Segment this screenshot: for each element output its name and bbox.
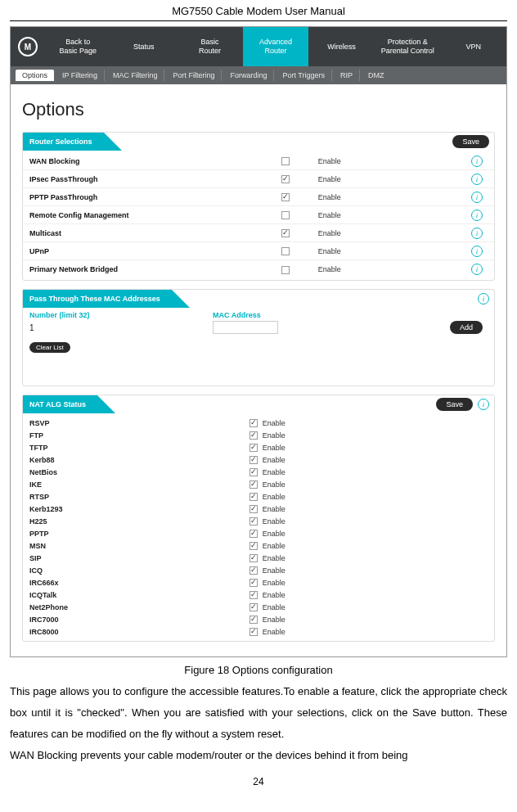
nav-label: Wireless xyxy=(327,43,356,52)
enable-checkbox[interactable] xyxy=(281,157,290,165)
enable-checkbox[interactable] xyxy=(281,175,290,183)
alg-row: RTSPEnable xyxy=(23,490,494,503)
enable-checkbox[interactable] xyxy=(250,530,258,538)
add-button[interactable]: Add xyxy=(450,321,483,334)
info-icon[interactable]: i xyxy=(471,210,483,221)
option-row: Remote Config ManagementEnablei xyxy=(23,206,494,224)
alg-row: FTPEnable xyxy=(23,429,494,441)
body-paragraph-2: WAN Blocking prevents your cable modem/r… xyxy=(10,745,507,766)
nav-basic-router[interactable]: Basic Router xyxy=(177,27,243,66)
nav-advanced-router[interactable]: Advanced Router xyxy=(243,27,309,66)
enable-checkbox[interactable] xyxy=(250,579,258,587)
tab-rip[interactable]: RIP xyxy=(334,70,360,81)
alg-label: TFTP xyxy=(29,444,250,452)
enable-checkbox[interactable] xyxy=(250,480,258,489)
info-icon[interactable]: i xyxy=(471,246,483,257)
alg-label: SIP xyxy=(29,554,250,562)
clear-list-button[interactable]: Clear List xyxy=(29,342,70,353)
enable-checkbox[interactable] xyxy=(250,542,258,550)
enable-checkbox[interactable] xyxy=(281,229,290,237)
alg-label: IKE xyxy=(29,480,250,489)
alg-label: PPTP xyxy=(29,530,250,538)
tab-ip-filtering[interactable]: IP Filtering xyxy=(56,70,105,81)
info-icon[interactable]: i xyxy=(471,156,483,167)
enable-checkbox[interactable] xyxy=(250,517,258,526)
nav-status[interactable]: Status xyxy=(111,27,178,66)
info-icon[interactable]: i xyxy=(471,192,483,203)
alg-label: IRC8000 xyxy=(29,628,250,636)
alg-row: Net2PhoneEnable xyxy=(23,601,494,613)
enable-text: Enable xyxy=(318,265,471,273)
enable-checkbox[interactable] xyxy=(250,444,258,452)
alg-row: MSNEnable xyxy=(23,539,494,552)
option-label: PPTP PassThrough xyxy=(29,193,281,201)
enable-checkbox[interactable] xyxy=(250,468,258,476)
panel-header: Pass Through These MAC Addresses i xyxy=(23,290,494,308)
row-number: 1 xyxy=(29,323,213,332)
info-icon[interactable]: i xyxy=(471,174,483,185)
enable-checkbox[interactable] xyxy=(250,591,258,599)
enable-checkbox[interactable] xyxy=(281,211,290,219)
info-icon[interactable]: i xyxy=(471,264,483,275)
tab-options[interactable]: Options xyxy=(16,70,54,81)
enable-checkbox[interactable] xyxy=(281,266,290,274)
panel-header: NAT ALG Status Save i xyxy=(23,395,494,413)
tab-port-filtering[interactable]: Port Filtering xyxy=(166,70,222,81)
option-label: Primary Network Bridged xyxy=(29,265,281,273)
alg-label: RTSP xyxy=(29,493,250,501)
alg-row: IRC7000Enable xyxy=(23,613,494,625)
enable-checkbox[interactable] xyxy=(250,505,258,513)
column-mac-header: MAC Address xyxy=(213,311,488,319)
nav-protection-parental[interactable]: Protection & Parental Control xyxy=(375,27,441,66)
save-button[interactable]: Save xyxy=(436,398,473,411)
enable-checkbox[interactable] xyxy=(250,419,258,427)
mac-address-input[interactable] xyxy=(213,321,278,334)
alg-label: FTP xyxy=(29,431,250,440)
alg-label: Kerb1293 xyxy=(29,505,250,513)
tab-mac-filtering[interactable]: MAC Filtering xyxy=(106,70,165,81)
page-title: Options xyxy=(22,99,495,120)
alg-label: IRC7000 xyxy=(29,616,250,624)
enable-text: Enable xyxy=(263,530,488,538)
alg-row: IRC666xEnable xyxy=(23,576,494,589)
panel-title-ribbon: Pass Through These MAC Addresses xyxy=(23,290,172,308)
sub-nav: Options IP Filtering MAC Filtering Port … xyxy=(11,66,506,84)
nav-label: Back to Basic Page xyxy=(60,38,97,56)
nav-wireless[interactable]: Wireless xyxy=(308,27,375,66)
option-label: Multicast xyxy=(29,229,281,237)
tab-dmz[interactable]: DMZ xyxy=(362,70,391,81)
enable-checkbox[interactable] xyxy=(250,603,258,611)
enable-checkbox[interactable] xyxy=(250,616,258,624)
enable-text: Enable xyxy=(263,456,488,464)
info-icon[interactable]: i xyxy=(478,293,489,304)
enable-checkbox[interactable] xyxy=(250,566,258,575)
body-paragraph-1: This page allows you to configure the ac… xyxy=(10,681,507,745)
enable-text: Enable xyxy=(263,468,488,476)
enable-checkbox[interactable] xyxy=(250,493,258,501)
enable-checkbox[interactable] xyxy=(281,247,290,255)
alg-row: IKEEnable xyxy=(23,478,494,490)
panel-pass-through-mac: Pass Through These MAC Addresses i Numbe… xyxy=(22,289,495,386)
nav-back-to-basic[interactable]: Back to Basic Page xyxy=(45,27,111,66)
info-icon[interactable]: i xyxy=(471,228,483,239)
enable-checkbox[interactable] xyxy=(250,554,258,562)
alg-label: H225 xyxy=(29,517,250,526)
alg-row: Kerb88Enable xyxy=(23,453,494,466)
save-button[interactable]: Save xyxy=(452,135,489,148)
tab-port-triggers[interactable]: Port Triggers xyxy=(276,70,332,81)
enable-text: Enable xyxy=(263,616,488,624)
nav-vpn[interactable]: VPN xyxy=(440,27,506,66)
alg-label: ICQ xyxy=(29,566,250,575)
enable-checkbox[interactable] xyxy=(281,193,290,201)
info-icon[interactable]: i xyxy=(478,399,489,410)
enable-text: Enable xyxy=(318,193,471,201)
alg-row: NetBiosEnable xyxy=(23,466,494,478)
enable-checkbox[interactable] xyxy=(250,628,258,636)
enable-text: Enable xyxy=(318,157,471,165)
enable-checkbox[interactable] xyxy=(250,431,258,440)
panel-router-selections: Router Selections Save WAN BlockingEnabl… xyxy=(22,132,495,281)
tab-forwarding[interactable]: Forwarding xyxy=(223,70,274,81)
option-row: IPsec PassThroughEnablei xyxy=(23,170,494,188)
alg-label: Kerb88 xyxy=(29,456,250,464)
enable-checkbox[interactable] xyxy=(250,456,258,464)
